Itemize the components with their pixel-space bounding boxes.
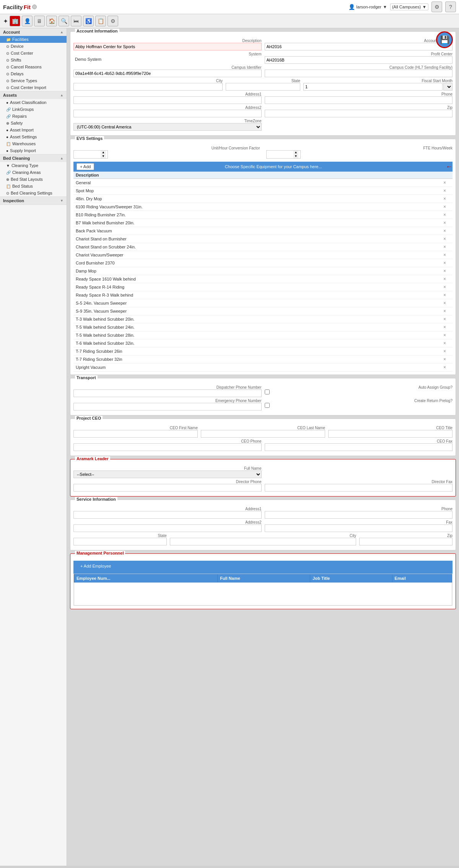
sidebar-item-asset-settings[interactable]: ● Asset Settings [0, 133, 67, 140]
evs-remove-button[interactable]: × [443, 268, 446, 274]
director-phone-input[interactable] [73, 484, 262, 492]
emergency-phone-input[interactable] [73, 403, 262, 410]
evs-remove-button[interactable]: × [443, 276, 446, 282]
evs-remove-button[interactable]: × [443, 228, 446, 234]
sidebar-item-asset-import[interactable]: ● Asset Import [0, 127, 67, 133]
sidebar-item-shifts[interactable]: ⊙ Shifts [0, 57, 67, 63]
address2-input[interactable] [73, 110, 262, 117]
sidebar-item-bed-cleaning-settings[interactable]: ⊙ Bed Cleaning Settings [0, 190, 67, 196]
fiscal-start-month-select[interactable] [443, 83, 452, 91]
evs-remove-button[interactable]: × [443, 284, 446, 290]
toolbar-devices-btn[interactable]: 🖥 [34, 16, 45, 26]
sidebar-item-bed-status[interactable]: 📋 Bed Status [0, 183, 67, 190]
user-dropdown-arrow[interactable]: ▼ [383, 5, 387, 9]
sidebar-item-cleaning-type[interactable]: ▼ Cleaning Type [0, 162, 67, 169]
evs-remove-button[interactable]: × [443, 300, 446, 306]
add-employee-button[interactable]: + Add Employee [76, 562, 115, 570]
evs-remove-button[interactable]: × [443, 204, 446, 209]
zip-input[interactable] [265, 110, 453, 117]
toolbar-settings-btn[interactable]: ⚙ [107, 16, 118, 26]
fte-hours-down[interactable]: ▼ [293, 154, 299, 158]
save-button[interactable]: 💾 [436, 31, 453, 48]
sidebar-item-warehouses[interactable]: 📋 Warehouses [0, 140, 67, 147]
evs-remove-button[interactable]: × [443, 292, 446, 298]
svc-city-input[interactable] [170, 538, 356, 545]
city-input[interactable] [73, 83, 223, 91]
settings-btn[interactable]: ⚙ [431, 2, 442, 12]
sidebar-item-service-types[interactable]: ⊙ Service Types [0, 77, 67, 84]
toolbar-accessibility-btn[interactable]: ♿ [83, 16, 94, 26]
evs-remove-button[interactable]: × [443, 236, 446, 242]
aramark-fullname-select[interactable]: --Select-- [73, 471, 262, 478]
svc-address1-input[interactable] [73, 511, 262, 519]
sidebar-item-delays[interactable]: ⊙ Delays [0, 70, 67, 77]
evs-remove-button[interactable]: × [443, 349, 446, 354]
fiscal-start-month-input[interactable] [303, 83, 443, 91]
dispatcher-phone-input[interactable] [73, 389, 262, 397]
svc-phone-input[interactable] [265, 511, 453, 519]
evs-remove-button[interactable]: × [443, 357, 446, 362]
sidebar-assets-header[interactable]: Assets ▲ [0, 91, 67, 99]
sidebar-item-device[interactable]: ⊙ Device [0, 43, 67, 50]
sidebar-item-facilities[interactable]: 📁 Facilities [0, 36, 67, 43]
evs-remove-button[interactable]: × [443, 324, 446, 330]
evs-remove-button[interactable]: × [443, 220, 446, 226]
address1-input[interactable] [73, 96, 262, 104]
toolbar-facilities-btn[interactable]: 🏢 [10, 16, 20, 26]
auto-assign-checkbox[interactable] [265, 389, 270, 394]
timezone-select[interactable]: (UTC-06:00) Central America [73, 123, 262, 131]
sidebar-item-asset-classification[interactable]: ● Asset Classification [0, 99, 67, 106]
sidebar-item-cleaning-areas[interactable]: 🔗 Cleaning Areas [0, 169, 67, 176]
evs-remove-button[interactable]: × [443, 333, 446, 338]
sidebar-bed-cleaning-header[interactable]: Bed Cleaning ▲ [0, 154, 67, 162]
director-fax-input[interactable] [265, 484, 453, 492]
evs-remove-button[interactable]: × [443, 188, 446, 193]
evs-remove-button[interactable]: × [443, 244, 446, 250]
unit-hour-input[interactable] [74, 151, 101, 158]
unit-hour-up[interactable]: ▲ [101, 151, 106, 154]
help-btn[interactable]: ? [445, 2, 456, 12]
ceo-title-input[interactable] [328, 430, 452, 438]
toolbar-reports-btn[interactable]: 📋 [95, 16, 106, 26]
ceo-fax-input[interactable] [265, 443, 453, 451]
profit-center-input[interactable] [265, 56, 453, 64]
evs-add-button[interactable]: + Add [76, 163, 94, 170]
toolbar-users-btn[interactable]: 👤 [22, 16, 33, 26]
toolbar-home-btn[interactable]: 🏠 [46, 16, 57, 26]
state-input[interactable] [226, 83, 300, 91]
evs-remove-button[interactable]: × [443, 308, 446, 314]
evs-remove-button[interactable]: × [443, 341, 446, 346]
sidebar-item-supply-import[interactable]: ● Supply Import [0, 147, 67, 154]
sidebar-item-cost-center-import[interactable]: ⊙ Cost Center Import [0, 84, 67, 91]
evs-remove-button[interactable]: × [443, 196, 446, 201]
ceo-phone-input[interactable] [73, 443, 262, 451]
ceo-last-name-input[interactable] [201, 430, 325, 438]
evs-remove-button[interactable]: × [443, 252, 446, 258]
campus-code-input[interactable] [265, 70, 453, 77]
sidebar-inspection-header[interactable]: Inspection ▼ [0, 197, 67, 204]
svc-zip-input[interactable] [359, 538, 452, 545]
svc-state-input[interactable] [73, 538, 167, 545]
evs-remove-button[interactable]: × [443, 260, 446, 266]
unit-hour-down[interactable]: ▼ [101, 154, 106, 158]
fte-hours-up[interactable]: ▲ [293, 151, 299, 154]
star-icon[interactable]: ✦ [3, 18, 8, 25]
create-return-checkbox[interactable] [265, 403, 270, 408]
evs-remove-button[interactable]: × [443, 180, 446, 185]
toolbar-search-btn[interactable]: 🔍 [59, 16, 69, 26]
fte-hours-input[interactable] [267, 151, 293, 158]
sidebar-item-cost-center[interactable]: ⊙ Cost Center [0, 50, 67, 57]
phone-input[interactable] [265, 96, 453, 104]
sidebar-account-header[interactable]: Account ▲ [0, 28, 67, 36]
svc-fax-input[interactable] [265, 524, 453, 532]
sidebar-item-bed-stat-layouts[interactable]: ⊕ Bed Stat Layouts [0, 176, 67, 183]
description-input[interactable] [73, 43, 262, 50]
svc-address2-input[interactable] [73, 524, 262, 532]
ceo-first-name-input[interactable] [73, 430, 198, 438]
sidebar-item-repairs[interactable]: 🔗 Repairs [0, 113, 67, 120]
sidebar-item-safety[interactable]: ⊕ Safety [0, 120, 67, 127]
evs-remove-button[interactable]: × [443, 212, 446, 217]
toolbar-bed-btn[interactable]: 🛏 [71, 16, 81, 26]
campus-identifier-input[interactable] [73, 70, 262, 77]
evs-remove-button[interactable]: × [443, 365, 446, 370]
